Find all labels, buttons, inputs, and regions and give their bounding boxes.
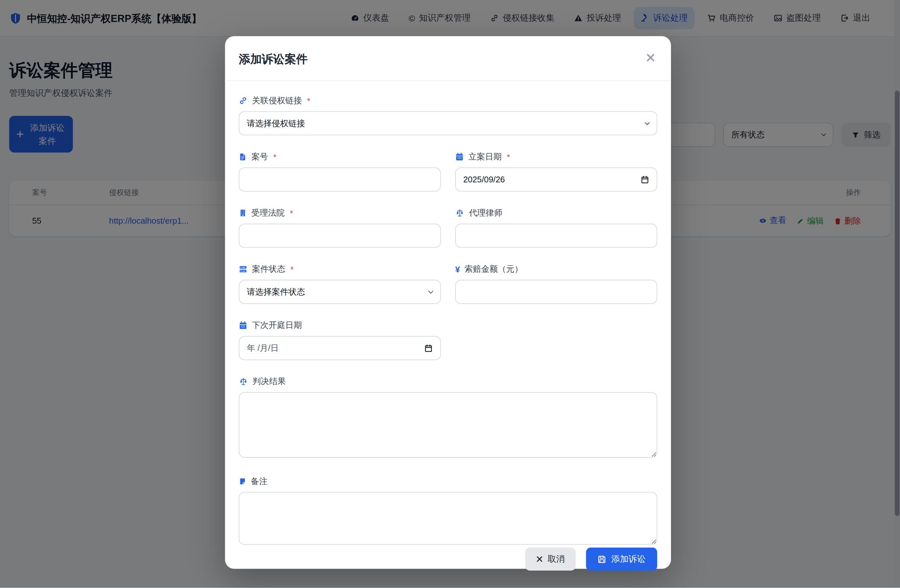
required-mark: * bbox=[507, 152, 510, 161]
field-label-text: 判决结果 bbox=[253, 376, 286, 387]
field-label-text: 案件状态 bbox=[252, 264, 285, 275]
modal-header: 添加诉讼案件 bbox=[225, 36, 671, 81]
add-case-modal: 添加诉讼案件 关联侵权链接 * 请选择侵权链接 bbox=[225, 36, 671, 569]
close-icon bbox=[646, 53, 655, 62]
field-claim-amount: ¥ 索赔金额（元） bbox=[455, 264, 657, 304]
claim-amount-input[interactable] bbox=[455, 280, 657, 304]
calendar-icon bbox=[455, 153, 464, 161]
field-court: 受理法院 * bbox=[239, 207, 441, 248]
scale-icon bbox=[239, 377, 248, 386]
close-button[interactable] bbox=[644, 52, 656, 63]
field-remark: 备注 bbox=[239, 476, 657, 547]
building-icon bbox=[239, 209, 247, 218]
required-mark: * bbox=[273, 152, 276, 161]
required-mark: * bbox=[290, 265, 294, 274]
submit-button[interactable]: 添加诉讼 bbox=[586, 548, 657, 571]
field-label-text: 立案日期 bbox=[469, 152, 502, 162]
file-icon bbox=[239, 153, 247, 161]
field-next-hearing-date: 下次开庭日期 年 /月/日 bbox=[239, 320, 441, 360]
lawyer-input[interactable] bbox=[455, 224, 657, 248]
field-label-text: 索赔金额（元） bbox=[464, 264, 523, 275]
date-picker-icon[interactable] bbox=[641, 175, 649, 184]
court-input[interactable] bbox=[239, 224, 441, 248]
infringement-link-select[interactable]: 请选择侵权链接 bbox=[239, 111, 657, 136]
case-no-input[interactable] bbox=[239, 167, 441, 192]
screen: 中恒知控-知识产权ERP系统【体验版】 仪表盘 © 知识产权管理 侵权链接收集 … bbox=[0, 0, 900, 588]
yen-icon: ¥ bbox=[455, 265, 460, 274]
case-status-select[interactable]: 请选择案件状态 bbox=[239, 280, 441, 304]
next-hearing-date-input[interactable]: 年 /月/日 bbox=[239, 336, 441, 360]
field-case-no: 案号 * bbox=[239, 152, 441, 191]
field-judgement: 判决结果 bbox=[239, 376, 657, 460]
filing-date-input[interactable]: 2025/09/26 bbox=[455, 167, 657, 192]
modal-form: 关联侵权链接 * 请选择侵权链接 案号 * bbox=[225, 81, 671, 547]
modal-title: 添加诉讼案件 bbox=[239, 52, 657, 67]
field-label-text: 代理律师 bbox=[469, 207, 502, 218]
note-icon bbox=[239, 477, 246, 486]
field-label-text: 备注 bbox=[251, 476, 267, 487]
link-icon bbox=[239, 96, 247, 105]
required-mark: * bbox=[307, 96, 310, 105]
field-infringement-link: 关联侵权链接 * 请选择侵权链接 bbox=[239, 95, 657, 135]
modal-footer: 取消 添加诉讼 bbox=[225, 547, 671, 584]
judgement-textarea[interactable] bbox=[239, 392, 657, 458]
save-icon bbox=[597, 555, 606, 563]
field-label-text: 受理法院 bbox=[251, 207, 285, 218]
field-label-text: 案号 bbox=[251, 152, 268, 162]
scale-icon bbox=[455, 209, 464, 218]
field-case-status: 案件状态 * 请选择案件状态 bbox=[239, 264, 441, 304]
remark-textarea[interactable] bbox=[239, 492, 657, 545]
calendar-icon bbox=[239, 321, 247, 330]
required-mark: * bbox=[290, 209, 293, 218]
field-filing-date: 立案日期 * 2025/09/26 bbox=[455, 152, 657, 191]
tasks-icon bbox=[239, 265, 247, 274]
field-label-text: 关联侵权链接 bbox=[252, 95, 302, 106]
field-label-text: 下次开庭日期 bbox=[252, 320, 302, 331]
x-icon bbox=[536, 556, 543, 563]
field-lawyer: 代理律师 bbox=[455, 207, 657, 248]
cancel-button[interactable]: 取消 bbox=[525, 548, 576, 571]
date-picker-icon[interactable] bbox=[424, 344, 433, 353]
